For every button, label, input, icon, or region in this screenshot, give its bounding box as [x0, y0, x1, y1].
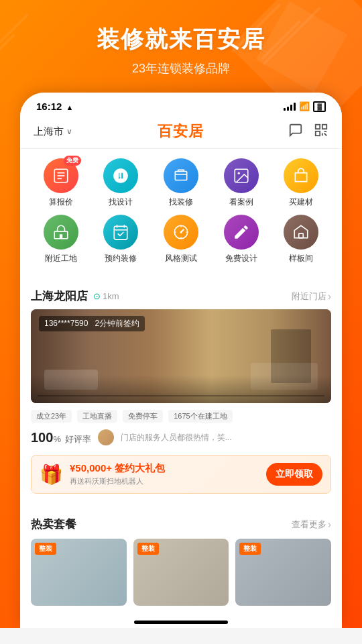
store-distance: ⊙ 1km [93, 291, 119, 301]
rating-row: 100% 好评率 门店的服务人员都很热情，笑... [20, 427, 342, 452]
store-tag-0: 成立23年 [31, 410, 72, 423]
svg-rect-0 [316, 124, 320, 128]
grid-item-renovation[interactable]: 找装修 [154, 158, 208, 208]
materials-label: 买建材 [289, 197, 313, 208]
free-design-label: 免费设计 [225, 253, 257, 264]
svg-rect-1 [322, 124, 326, 128]
svg-point-22 [180, 231, 182, 233]
renovation-icon-wrap [164, 158, 198, 193]
nearby-icon-wrap [44, 215, 78, 250]
status-time: 16:12 ▲ [36, 101, 73, 112]
store-overlay-phone: 136****7590 2分钟前签约 [39, 316, 145, 331]
grid-item-style[interactable]: 风格测试 [154, 215, 208, 264]
scan-icon[interactable] [314, 123, 328, 141]
status-bar: 16:12 ▲ 📶 ▓ [20, 93, 342, 116]
review-text: 门店的服务人员都很热情，笑... [121, 432, 232, 443]
grid-row-2: 附近工地 预约装修 [31, 215, 331, 264]
app-logo: 百安居 [158, 121, 204, 142]
svg-rect-2 [316, 131, 320, 135]
svg-rect-11 [175, 172, 186, 180]
store-tags: 成立23年 工地直播 免费停车 1675个在建工地 [20, 403, 342, 427]
grid-item-showroom[interactable]: 样板间 [274, 215, 328, 264]
deals-title: 热卖套餐 [31, 517, 76, 532]
grid-item-appointment[interactable]: 预约装修 [94, 215, 147, 264]
estimate-icon-wrap: 免费 [44, 158, 78, 193]
store-header: 上海龙阳店 ⊙ 1km 附近门店 [20, 280, 342, 309]
style-icon-wrap [164, 215, 198, 250]
store-image[interactable]: 136****7590 2分钟前签约 [31, 309, 331, 403]
renovation-label: 找装修 [169, 197, 193, 208]
nearby-stores-link[interactable]: 附近门店 [292, 290, 331, 303]
promo-sub-text: 再送科沃斯扫地机器人 [70, 476, 259, 486]
design-icon-wrap [103, 158, 138, 193]
deal-tag-2: 整装 [239, 543, 261, 555]
hero-title: 装修就来百安居 [20, 24, 342, 55]
hero-subtitle: 23年连锁装修品牌 [20, 60, 342, 76]
svg-point-14 [237, 172, 239, 174]
badge-free: 免费 [64, 156, 81, 166]
store-tag-3: 1675个在建工地 [168, 410, 232, 423]
grid-item-estimate[interactable]: 免费 算报价 [34, 158, 88, 208]
gift-icon: 🎁 [40, 464, 63, 486]
grid-item-design[interactable]: 找设计 [94, 158, 147, 208]
svg-rect-16 [60, 234, 62, 239]
promo-claim-button[interactable]: 立即领取 [266, 463, 322, 486]
deals-cards-row: 整装 整装 整装 [20, 539, 342, 616]
location-selector[interactable]: 上海市 ∨ [34, 125, 72, 138]
message-icon[interactable] [288, 123, 303, 141]
chevron-right-icon [328, 290, 331, 303]
store-name-row: 上海龙阳店 ⊙ 1km [31, 288, 119, 304]
dropdown-arrow: ∨ [66, 127, 72, 136]
deal-card-1[interactable]: 整装 [133, 539, 229, 606]
deal-card-2[interactable]: 整装 [235, 539, 331, 606]
showroom-icon-wrap [284, 215, 318, 250]
appointment-label: 预约装修 [105, 253, 137, 264]
phone-mockup: 16:12 ▲ 📶 ▓ 上海市 ∨ 百安居 [20, 93, 342, 628]
hot-deals-section: 热卖套餐 查看更多 整装 整装 整装 [20, 508, 342, 616]
home-indicator [134, 621, 228, 624]
grid-item-nearby[interactable]: 附近工地 [34, 215, 88, 264]
deals-header: 热卖套餐 查看更多 [20, 508, 342, 539]
store-name: 上海龙阳店 [31, 288, 88, 304]
grid-row-1: 免费 算报价 [31, 158, 331, 208]
nearby-label: 附近工地 [45, 253, 77, 264]
reviewer-avatar [98, 429, 114, 445]
chevron-more-icon [328, 519, 331, 531]
deal-tag-1: 整装 [137, 543, 159, 555]
quick-nav-grid: 免费 算报价 [20, 149, 342, 275]
style-label: 风格测试 [165, 253, 197, 264]
estimate-label: 算报价 [49, 197, 73, 208]
svg-rect-17 [115, 226, 128, 239]
promo-main-text: ¥50,000+ 签约大礼包 [70, 462, 259, 475]
svg-line-6 [324, 133, 327, 136]
materials-icon-wrap [284, 158, 318, 193]
cases-label: 看案例 [229, 197, 253, 208]
wifi-icon: 📶 [299, 101, 310, 111]
battery-icon: ▓ [313, 101, 326, 112]
store-tag-1: 工地直播 [77, 410, 117, 423]
hero-section: 装修就来百安居 23年连锁装修品牌 16:12 ▲ 📶 ▓ [0, 0, 362, 628]
location-text: 上海市 [34, 125, 64, 138]
nav-actions [288, 123, 328, 141]
nav-bar: 上海市 ∨ 百安居 [20, 116, 342, 149]
status-icons: 📶 ▓ [284, 101, 326, 112]
grid-item-materials[interactable]: 买建材 [274, 158, 328, 208]
grid-item-cases[interactable]: 看案例 [215, 158, 268, 208]
location-pin-icon: ⊙ [93, 291, 101, 301]
signal-icon [284, 103, 296, 111]
rating-number: 100% 好评率 [31, 430, 91, 445]
deals-more-link[interactable]: 查看更多 [292, 519, 331, 531]
nav-arrow: ▲ [66, 103, 74, 111]
promo-text: ¥50,000+ 签约大礼包 再送科沃斯扫地机器人 [70, 462, 259, 486]
store-tag-2: 免费停车 [123, 410, 163, 423]
store-section: 上海龙阳店 ⊙ 1km 附近门店 [20, 280, 342, 503]
deal-card-0[interactable]: 整装 [31, 539, 127, 606]
free-design-icon-wrap [224, 215, 259, 250]
grid-item-free-design[interactable]: 免费设计 [215, 215, 268, 264]
design-label: 找设计 [109, 197, 133, 208]
showroom-label: 样板间 [289, 253, 313, 264]
deal-tag-0: 整装 [35, 543, 56, 555]
cases-icon-wrap [224, 158, 259, 193]
promo-banner: 🎁 ¥50,000+ 签约大礼包 再送科沃斯扫地机器人 立即领取 [31, 455, 331, 494]
appointment-icon-wrap [103, 215, 138, 250]
